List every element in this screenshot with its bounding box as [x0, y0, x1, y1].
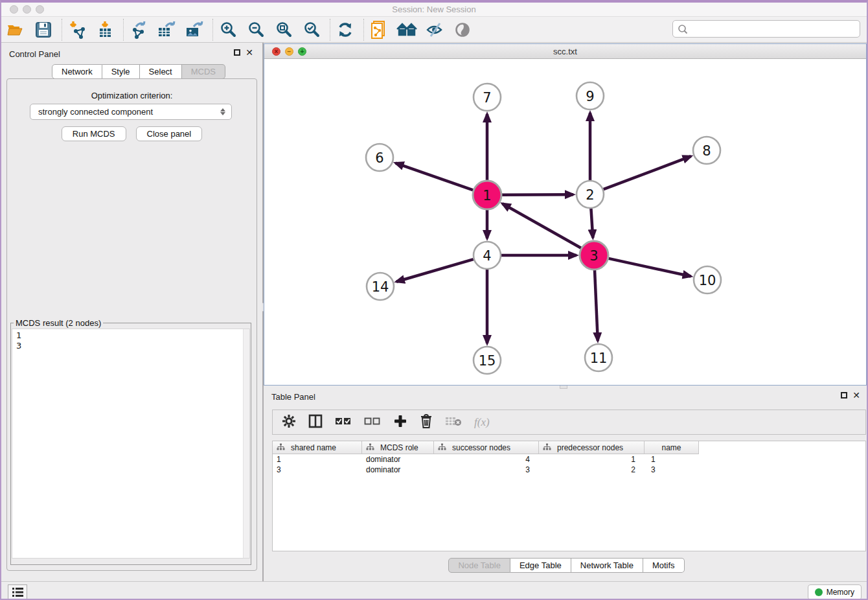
table-cell[interactable]: 3 [645, 465, 699, 474]
table-cell[interactable]: 1 [645, 455, 699, 464]
graph-node-label-9: 9 [586, 89, 594, 104]
column-header-mcds-role[interactable]: MCDS role [362, 441, 434, 454]
delete-table-icon [445, 415, 462, 430]
tab-style[interactable]: Style [102, 64, 140, 79]
columns-icon[interactable] [308, 414, 323, 431]
memory-button[interactable]: Memory [808, 584, 862, 600]
table-cell[interactable]: 1 [273, 455, 362, 464]
table-cell[interactable]: dominator [362, 455, 434, 464]
export-image-icon[interactable] [183, 19, 205, 40]
mcds-result-area[interactable]: 1 3 [12, 329, 250, 559]
table-panel: Table Panel [264, 389, 868, 581]
toolbar-separator [62, 19, 62, 41]
column-header-name[interactable]: name [645, 441, 699, 454]
zoom-fit-icon[interactable] [273, 19, 295, 40]
graph-node-label-3: 3 [589, 248, 598, 264]
mcds-buttons: Run MCDS Close panel [1, 126, 262, 141]
show-panel-icon[interactable] [451, 19, 474, 40]
network-graph[interactable]: 7968124314101511 [264, 59, 866, 385]
open-session-icon[interactable] [5, 19, 27, 40]
refresh-icon[interactable] [334, 19, 356, 40]
search-icon [677, 23, 689, 35]
optimization-criterion-label: Optimization criterion: [1, 91, 262, 100]
float-table-panel-icon[interactable] [841, 392, 847, 398]
graph-edge-3-10[interactable] [608, 259, 691, 277]
memory-label: Memory [827, 588, 854, 597]
run-mcds-button[interactable]: Run MCDS [62, 126, 126, 141]
graph-node-label-4: 4 [483, 248, 491, 264]
tab-motifs[interactable]: Motifs [643, 558, 685, 573]
column-header-shared-name[interactable]: shared name [273, 441, 362, 454]
tab-network[interactable]: Network [52, 64, 102, 79]
criterion-select[interactable]: strongly connected component [30, 104, 232, 120]
search-input[interactable] [689, 23, 860, 36]
delete-column-icon[interactable] [420, 413, 433, 432]
close-panel-button[interactable]: Close panel [136, 126, 203, 141]
search-field[interactable] [672, 20, 860, 38]
criterion-value: strongly connected component [38, 107, 153, 117]
save-session-icon[interactable] [32, 19, 54, 40]
home-icon[interactable] [396, 19, 418, 40]
column-label: successor nodes [452, 443, 510, 452]
table-row[interactable]: 3dominator323 [273, 465, 865, 475]
table-cell[interactable]: 3 [434, 465, 539, 474]
mcds-result-title: MCDS result (2 nodes) [14, 318, 103, 328]
column-label: MCDS role [380, 443, 418, 452]
select-stepper-icon [218, 108, 231, 115]
network-window-titlebar[interactable]: scc.txt [264, 44, 866, 59]
float-panel-icon[interactable] [234, 49, 240, 56]
close-table-panel-icon[interactable] [852, 392, 860, 398]
graph-node-label-1: 1 [483, 188, 491, 203]
graph-edge-1-6[interactable] [396, 163, 474, 190]
function-builder-icon: f(x) [474, 416, 490, 429]
table-row[interactable]: 1dominator411 [273, 454, 865, 465]
main-toolbar [1, 17, 867, 43]
graph-edge-2-3[interactable] [591, 209, 593, 238]
hide-panel-icon[interactable] [424, 19, 446, 40]
deselect-all-icon[interactable] [364, 416, 381, 429]
node-table: shared name MCDS role successor nodes pr… [272, 441, 866, 551]
tab-select[interactable]: Select [140, 64, 182, 79]
zoom-in-icon[interactable] [217, 19, 239, 40]
table-cell[interactable]: 3 [273, 465, 362, 474]
import-network-icon[interactable] [66, 19, 88, 40]
tab-mcds[interactable]: MCDS [182, 64, 225, 79]
table-cell[interactable]: 1 [539, 455, 645, 464]
new-network-icon[interactable] [368, 19, 390, 40]
graph-edge-3-1[interactable] [503, 203, 581, 248]
control-panel-tabs: Network Style Select MCDS [52, 64, 225, 79]
tab-node-table[interactable]: Node Table [448, 558, 510, 573]
mcds-result-group: MCDS result (2 nodes) 1 3 [10, 318, 251, 565]
table-cell[interactable]: 4 [434, 455, 539, 464]
graph-edge-1-2[interactable] [502, 194, 573, 195]
table-cell[interactable]: 2 [539, 465, 645, 474]
mcds-result-scrollbar[interactable] [243, 329, 249, 558]
column-header-successor-nodes[interactable]: successor nodes [434, 441, 539, 454]
export-table-icon[interactable] [155, 19, 177, 40]
control-panel-title: Control Panel [9, 49, 60, 59]
graph-edge-2-8[interactable] [604, 156, 691, 189]
toolbar-separator [330, 19, 330, 41]
graph-edge-4-14[interactable] [396, 259, 474, 282]
mcds-result-lines: 1 3 [16, 330, 21, 351]
zoom-out-icon[interactable] [245, 19, 267, 40]
graph-edge-3-11[interactable] [595, 270, 598, 341]
task-history-button[interactable] [8, 584, 27, 600]
import-table-icon[interactable] [94, 19, 116, 40]
close-panel-icon[interactable] [246, 49, 253, 56]
export-network-icon[interactable] [128, 19, 150, 40]
graph-node-label-8: 8 [702, 143, 711, 159]
tab-network-table[interactable]: Network Table [571, 558, 643, 573]
column-header-predecessor-nodes[interactable]: predecessor nodes [539, 441, 645, 454]
attribute-icon [543, 443, 551, 452]
table-panel-controls [841, 392, 860, 398]
zoom-selected-icon[interactable] [301, 19, 323, 40]
add-column-icon[interactable] [393, 414, 407, 431]
tab-edge-table[interactable]: Edge Table [510, 558, 571, 573]
table-cell[interactable]: dominator [362, 465, 434, 474]
graph-node-label-7: 7 [483, 90, 491, 106]
gear-icon[interactable] [282, 414, 296, 431]
toolbar-separator [123, 19, 124, 41]
attribute-icon [277, 443, 285, 452]
select-all-icon[interactable] [335, 416, 352, 429]
